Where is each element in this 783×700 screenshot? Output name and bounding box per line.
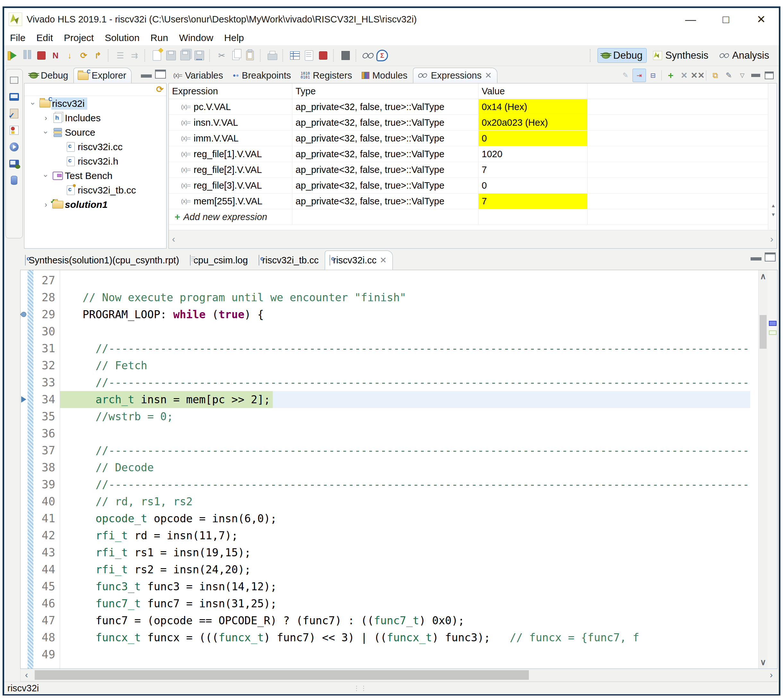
sidebar-item-riscv32i-cc[interactable]: riscv32i.cc xyxy=(24,140,166,154)
code-line-27[interactable] xyxy=(60,272,750,289)
close-icon[interactable]: ✕ xyxy=(485,71,492,80)
refresh-icon[interactable]: ⟳ xyxy=(156,84,164,95)
minimize-button[interactable] xyxy=(749,69,762,82)
tasks-view-icon[interactable] xyxy=(8,107,20,120)
toolbar-button-search-glasses[interactable] xyxy=(362,49,374,62)
add-expression-button[interactable]: + xyxy=(664,69,677,82)
run-view-icon[interactable] xyxy=(8,141,20,153)
breakpoints-view-icon[interactable] xyxy=(8,124,20,136)
column-header-value[interactable]: Value xyxy=(479,83,588,99)
code-line-32[interactable]: // Fetch xyxy=(60,357,750,374)
table-row[interactable]: (x)=imm.V.VALap_private<32, false, true>… xyxy=(169,130,768,146)
toolbar-button-drop-to-frame[interactable]: ☰ xyxy=(114,49,127,62)
sidebar-item-riscv32i-tb-cc[interactable]: riscv32i_tb.cc xyxy=(24,183,166,197)
sidebar-item-solution1[interactable]: ›solution1 xyxy=(24,197,166,212)
menu-item-run[interactable]: Run xyxy=(150,32,168,43)
explorer-maximize-icon[interactable] xyxy=(155,70,166,78)
sidebar-item-riscv32i[interactable]: ›riscv32i xyxy=(24,96,166,111)
tab-modules[interactable]: Modules xyxy=(357,68,413,83)
scroll-up-icon[interactable]: ▲ xyxy=(771,203,776,208)
toolbar-button-new-file[interactable] xyxy=(151,49,163,62)
toolbar-button-step-over[interactable]: ⟳ xyxy=(78,49,90,62)
tab-variables[interactable]: (x)=Variables xyxy=(169,68,229,83)
editor-minimize-icon[interactable] xyxy=(751,257,761,260)
expression-cell[interactable]: (x)=reg_file[2].V.VAL xyxy=(169,162,292,177)
minimize-button[interactable]: — xyxy=(673,8,708,30)
code-editor[interactable]: 2728293031323334353637383940414243444546… xyxy=(20,270,778,669)
code-line-38[interactable]: // Decode xyxy=(60,459,750,476)
code-line-43[interactable]: rfi_t rs1 = insn(19,15); xyxy=(60,544,750,561)
toolbar-button-terminate[interactable] xyxy=(35,49,47,62)
toolbar-button-save-all[interactable] xyxy=(179,49,191,62)
toolbar-button-dark-square[interactable] xyxy=(339,49,352,62)
close-icon[interactable]: ✕ xyxy=(380,255,387,265)
expression-cell[interactable]: (x)=reg_file[1].V.VAL xyxy=(169,146,292,162)
tab-expressions[interactable]: Expressions✕ xyxy=(413,68,498,83)
toolbar-button-paste[interactable] xyxy=(244,49,256,62)
toolbar-button-use-step-filters[interactable]: ⇉ xyxy=(129,49,140,62)
code-line-45[interactable]: func3_t func3 = insn(14,12); xyxy=(60,578,750,595)
chevron-right-icon[interactable]: › xyxy=(40,200,51,209)
code-line-34[interactable]: arch_t insn = mem[pc >> 2]; xyxy=(60,391,750,408)
chevron-down-icon[interactable]: › xyxy=(28,98,38,109)
scroll-right-icon[interactable]: › xyxy=(770,233,773,245)
tab-debug[interactable]: Debug xyxy=(25,68,73,83)
tab-registers[interactable]: 10100101Registers xyxy=(297,68,357,83)
code-line-46[interactable]: func7_t func7 = insn(31,25); xyxy=(60,595,750,612)
view-menu-button[interactable]: ▽ xyxy=(736,69,749,82)
expressions-vertical-scrollbar[interactable]: ▲ ▼ xyxy=(768,83,776,230)
console-view-icon[interactable] xyxy=(8,91,20,103)
pin-view-button[interactable]: ✎ xyxy=(722,69,735,82)
menu-item-file[interactable]: File xyxy=(10,32,25,43)
code-line-42[interactable]: rfi_t rd = insn(11,7); xyxy=(60,527,750,544)
sidebar-item-includes[interactable]: ›Includes xyxy=(24,111,166,125)
toolbar-button-disconnect[interactable]: N xyxy=(49,49,62,62)
toolbar-button-suspend[interactable] xyxy=(21,49,33,62)
detach-view-button[interactable]: ⧉ xyxy=(709,69,722,82)
code-line-49[interactable] xyxy=(60,646,750,663)
toolbar-button-step-return[interactable]: ↱ xyxy=(92,49,104,62)
expression-cell[interactable]: (x)=insn.V.VAL xyxy=(169,115,292,130)
editor-tab-cpu-csim-log[interactable]: cpu_csim.log xyxy=(185,250,254,270)
table-row[interactable]: (x)=reg_file[3].V.VALap_private<32, fals… xyxy=(169,178,768,193)
instruction-pointer-marker[interactable] xyxy=(769,321,776,326)
toolbar-button-cut[interactable]: ✂ xyxy=(215,49,228,62)
remove-selected-button[interactable]: ✕ xyxy=(678,69,691,82)
editor-tab-riscv32i-tb-cc[interactable]: riscv32i_tb.cc xyxy=(254,250,325,270)
code-line-48[interactable]: funcx_t funcx = (((funcx_t) func7) << 3)… xyxy=(60,629,750,646)
show-type-names-button[interactable]: ✎ xyxy=(619,69,632,82)
table-row[interactable]: (x)=insn.V.VALap_private<32, false, true… xyxy=(169,115,768,130)
code-line-44[interactable]: rfi_t rs2 = insn(24,20); xyxy=(60,561,750,578)
scrollbar-thumb[interactable] xyxy=(760,315,766,349)
table-row[interactable]: (x)=reg_file[1].V.VALap_private<32, fals… xyxy=(169,146,768,162)
restore-views-icon[interactable] xyxy=(8,74,20,86)
toolbar-button-help[interactable]: Σ xyxy=(376,49,388,62)
chevron-down-icon[interactable]: › xyxy=(42,127,50,138)
code-line-31[interactable]: //--------------------------------------… xyxy=(60,340,750,357)
expression-cell[interactable]: (x)=imm.V.VAL xyxy=(169,130,292,146)
code-line-35[interactable]: //wstrb = 0; xyxy=(60,408,750,425)
sidebar-item-source[interactable]: ›Source xyxy=(24,125,166,140)
add-new-expression-row[interactable]: +Add new expression xyxy=(169,209,768,225)
scroll-down-icon[interactable]: ▼ xyxy=(771,212,776,217)
code-line-36[interactable] xyxy=(60,425,750,442)
table-row[interactable]: (x)=reg_file[2].V.VALap_private<32, fals… xyxy=(169,162,768,178)
maximize-button[interactable]: □ xyxy=(708,8,743,30)
editor-vertical-scrollbar[interactable]: ∧ ∨ xyxy=(758,270,768,668)
scrollbar-thumb[interactable] xyxy=(35,670,529,680)
tab-explorer[interactable]: Explorer xyxy=(73,68,132,83)
code-line-30[interactable] xyxy=(60,323,750,340)
code-text[interactable]: // Now execute program until we encounte… xyxy=(60,270,750,668)
toolbar-button-save[interactable] xyxy=(165,49,177,62)
toolbar-button-save-as[interactable] xyxy=(193,49,205,62)
toolbar-button-resume[interactable] xyxy=(7,49,19,62)
sidebar-item-test-bench[interactable]: ›Test Bench xyxy=(24,168,166,183)
toolbar-button-index-c-source[interactable] xyxy=(289,49,301,62)
code-line-33[interactable]: //--------------------------------------… xyxy=(60,374,750,391)
tab-breakpoints[interactable]: ●●Breakpoints xyxy=(229,68,297,83)
menu-item-window[interactable]: Window xyxy=(179,32,214,43)
chevron-right-icon[interactable]: › xyxy=(40,113,51,123)
menu-item-project[interactable]: Project xyxy=(64,32,94,43)
occurrence-marker[interactable] xyxy=(769,330,776,335)
perspective-analysis-button[interactable]: Analysis xyxy=(715,48,773,63)
